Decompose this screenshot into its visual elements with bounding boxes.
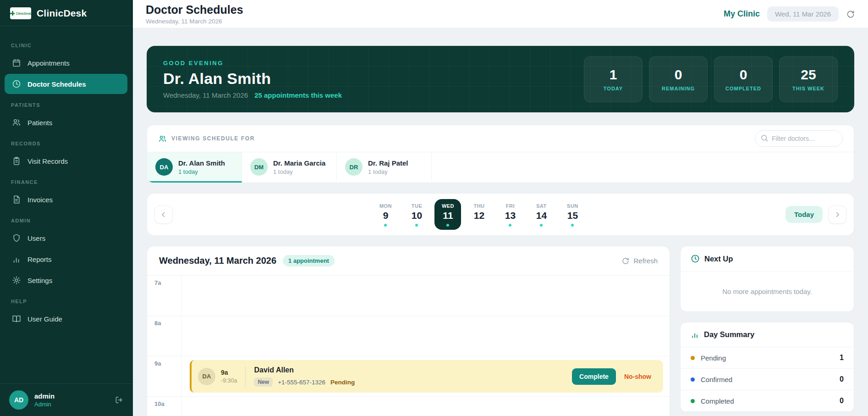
user-role: Admin (34, 401, 109, 408)
doctor-tab-alan-smith[interactable]: DA Dr. Alan Smith 1 today (147, 152, 242, 183)
day-dow: THU (473, 203, 484, 209)
complete-button[interactable]: Complete (572, 368, 616, 385)
clock-icon (691, 254, 700, 263)
sidebar-item-visit-records[interactable]: Visit Records (5, 151, 127, 171)
sidebar-item-reports[interactable]: Reports (5, 249, 127, 269)
sidebar-item-label: User Guide (27, 315, 62, 323)
day-dot (509, 224, 511, 227)
day-dow: MON (379, 203, 392, 209)
sidebar-item-settings[interactable]: Settings (5, 270, 127, 290)
day-dot (540, 224, 543, 227)
day-num: 9 (383, 210, 389, 221)
hour-slot-7a[interactable] (181, 276, 670, 316)
sidebar-user-box: AD admin Admin (0, 383, 133, 416)
sidebar-item-appointments[interactable]: Appointments (5, 53, 127, 73)
stat-tile-remaining: 0 REMAINING (649, 56, 708, 102)
brand: ClinicDesk ClinicDesk (0, 0, 133, 26)
hero-greeting: GOOD EVENING (163, 60, 342, 67)
day-summary-card: Day Summary Pending 1 Confirmed 0 C (680, 322, 854, 412)
appointment-start-time: 9a (221, 369, 237, 376)
book-icon (12, 314, 21, 323)
appointment-card[interactable]: DA 9a -9:30a David Allen New (190, 360, 663, 393)
week-strip: MON 9 TUE 10 WED 11 THU 12 (147, 193, 854, 236)
header-date-pill: Wed, 11 Mar 2026 (767, 6, 839, 22)
doctor-tab-maria-garcia[interactable]: DM Dr. Maria Garcia 1 today (242, 152, 337, 183)
doctor-name: Dr. Alan Smith (178, 159, 225, 167)
sidebar-item-label: Appointments (27, 59, 70, 67)
day-summary-title: Day Summary (704, 330, 754, 339)
page-title: Doctor Schedules (146, 3, 243, 17)
day-dot (415, 224, 418, 227)
day-num: 10 (412, 210, 422, 221)
next-week-button[interactable] (828, 205, 846, 224)
calendar-icon (12, 58, 21, 67)
patient-phone: +1-555-657-1326 (278, 379, 325, 386)
day-num: 12 (474, 210, 484, 221)
nav-section-admin: ADMIN (0, 211, 133, 228)
stat-value: 25 (801, 67, 816, 83)
summary-row-pending: Pending 1 (681, 347, 854, 369)
hero-stats: 1 TODAY 0 REMAINING 0 COMPLETED 25 THIS … (584, 56, 838, 102)
next-up-empty-message: No more appointments today. (681, 272, 854, 311)
next-up-title: Next Up (704, 255, 733, 263)
sidebar-item-patients[interactable]: Patients (5, 112, 127, 133)
topbar: Doctor Schedules Wednesday, 11 March 202… (133, 0, 868, 28)
summary-label: Confirmed (701, 376, 834, 383)
hero-week-note: 25 appointments this week (254, 91, 342, 99)
page-subtitle: Wednesday, 11 March 2026 (146, 18, 243, 25)
refresh-label: Refresh (633, 257, 658, 265)
hour-row-9a: 9a DA 9a -9:30a David Allen (147, 356, 670, 397)
clock-icon (12, 79, 21, 89)
sidebar-item-user-guide[interactable]: User Guide (5, 309, 127, 329)
doctor-count: 1 today (368, 168, 408, 175)
hero-date: Wednesday, 11 March 2026 (163, 91, 248, 99)
logout-icon[interactable] (115, 395, 124, 405)
main-area: Doctor Schedules Wednesday, 11 March 202… (133, 0, 868, 416)
stat-tile-this-week: 25 THIS WEEK (779, 56, 838, 102)
no-show-button[interactable]: No-show (624, 373, 651, 380)
users-icon (12, 118, 21, 127)
sidebar-item-label: Settings (27, 277, 52, 284)
day-cell-sat[interactable]: SAT 14 (528, 199, 555, 230)
day-cell-sun[interactable]: SUN 15 (559, 199, 586, 230)
refresh-schedule-button[interactable]: Refresh (621, 257, 658, 265)
day-cell-fri[interactable]: FRI 13 (497, 199, 523, 230)
confirmed-dot-icon (691, 377, 695, 382)
day-cell-mon[interactable]: MON 9 (372, 199, 399, 230)
appointment-count-badge: 1 appointment (283, 255, 335, 266)
avatar: DR (345, 158, 363, 176)
sidebar: ClinicDesk ClinicDesk CLINIC Appointment… (0, 0, 133, 416)
sidebar-item-invoices[interactable]: Invoices (5, 189, 127, 210)
stat-label: TODAY (604, 86, 623, 91)
day-cell-tue[interactable]: TUE 10 (403, 199, 430, 230)
hour-slot-8a[interactable] (181, 316, 670, 356)
today-button[interactable]: Today (786, 206, 823, 223)
day-dot (446, 224, 449, 227)
bar-chart-icon (12, 255, 21, 264)
clipboard-icon (12, 156, 21, 166)
day-cell-wed-selected[interactable]: WED 11 (434, 199, 461, 230)
day-cell-thu[interactable]: THU 12 (466, 199, 492, 230)
sidebar-item-label: Patients (27, 119, 52, 127)
summary-label: Completed (701, 397, 834, 405)
doctor-picker-card: VIEWING SCHEDULE FOR DA Dr. Alan Smith 1… (147, 125, 854, 183)
stat-value: 1 (610, 67, 617, 83)
doctor-tabs: DA Dr. Alan Smith 1 today DM Dr. Maria G… (147, 152, 854, 183)
refresh-icon[interactable] (846, 10, 855, 19)
hour-label: 9a (147, 356, 181, 396)
nav-section-clinic: CLINIC (0, 35, 133, 53)
sidebar-nav: CLINIC Appointments Doctor Schedules PAT… (0, 26, 133, 383)
hour-slot-10a[interactable] (181, 397, 670, 416)
avatar: AD (9, 390, 28, 410)
sidebar-item-users[interactable]: Users (5, 228, 127, 248)
hour-label: 7a (147, 276, 181, 316)
prev-week-button[interactable] (154, 205, 173, 224)
schedule-title: Wednesday, 11 March 2026 (159, 255, 276, 266)
doctor-tab-raj-patel[interactable]: DR Dr. Raj Patel 1 today (337, 152, 432, 183)
sidebar-item-doctor-schedules[interactable]: Doctor Schedules (5, 74, 127, 94)
stat-tile-today: 1 TODAY (584, 56, 643, 102)
avatar: DA (198, 368, 215, 385)
doctor-count: 1 today (273, 168, 325, 175)
content: GOOD EVENING Dr. Alan Smith Wednesday, 1… (133, 28, 868, 416)
new-badge: New (254, 377, 273, 387)
